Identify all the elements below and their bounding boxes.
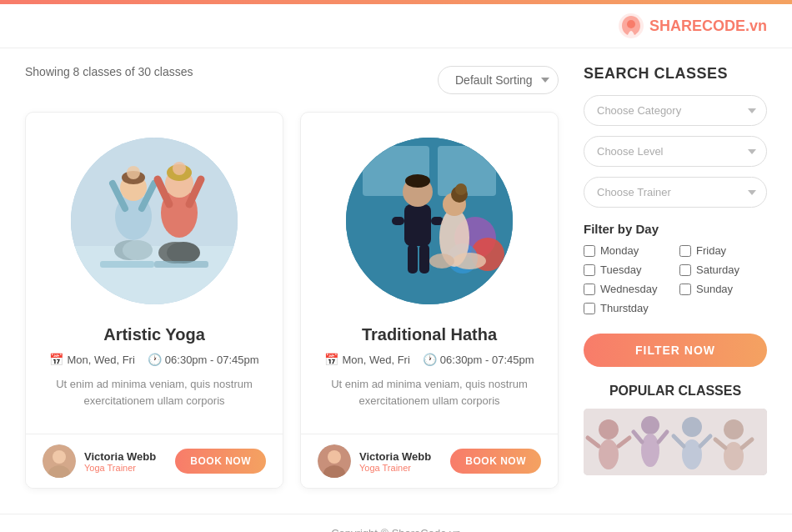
card-description: Ut enim ad minima veniam, quis nostrum e…	[318, 376, 541, 409]
trainer-name: Victoria Webb	[84, 450, 156, 463]
card-footer: Victoria Webb Yoga Trainer BOOK NOW	[26, 434, 283, 488]
trainer-avatar	[318, 444, 351, 478]
svg-point-9	[127, 166, 140, 179]
logo-text: SHARECODE.vn	[649, 18, 767, 35]
svg-point-57	[682, 417, 702, 437]
svg-rect-28	[438, 146, 496, 196]
card-image-circle	[346, 138, 513, 304]
meta-days: 📅 Mon, Wed, Fri	[324, 353, 409, 366]
meta-days: 📅 Mon, Wed, Fri	[49, 353, 134, 366]
svg-point-42	[455, 183, 467, 195]
day-tuesday[interactable]: Tuesday	[584, 263, 671, 276]
card-image-circle	[71, 138, 238, 304]
svg-point-61	[724, 419, 744, 439]
card-title: Traditional Hatha	[318, 325, 541, 344]
book-now-button[interactable]: BOOK NOW	[175, 449, 266, 474]
sidebar: SEARCH CLASSES Choose Category Yoga Pila…	[584, 65, 767, 489]
filter-now-button[interactable]: FILTER NOW	[584, 334, 767, 367]
svg-point-1	[627, 20, 635, 28]
svg-point-53	[641, 416, 659, 434]
meta-time: 🕐 06:30pm - 07:45pm	[423, 353, 534, 366]
day-sunday[interactable]: Sunday	[679, 283, 767, 295]
logo: SHARECODE.vn	[618, 13, 767, 39]
day-friday[interactable]: Friday	[679, 244, 767, 257]
popular-thumb	[584, 409, 767, 475]
level-dropdown[interactable]: Choose Level Beginner Intermediate Advan…	[584, 136, 767, 167]
trainer-role: Yoga Trainer	[359, 463, 431, 473]
thursday-checkbox[interactable]	[584, 303, 595, 314]
card-meta: 📅 Mon, Wed, Fri 🕐 06:30pm - 07:45pm	[43, 353, 266, 366]
header: SHARECODE.vn	[0, 4, 792, 48]
trainer-avatar	[43, 444, 76, 478]
svg-point-54	[641, 434, 659, 467]
card-body: Traditional Hatha 📅 Mon, Wed, Fri 🕐 06:3…	[301, 313, 558, 434]
svg-rect-37	[408, 244, 418, 274]
class-card: Artistic Yoga 📅 Mon, Wed, Fri 🕐 06:30pm …	[25, 112, 283, 489]
search-classes-title: SEARCH CLASSES	[584, 65, 767, 83]
day-monday[interactable]: Monday	[584, 244, 671, 257]
clock-icon: 🕐	[423, 353, 437, 366]
friday-checkbox[interactable]	[679, 245, 691, 257]
svg-rect-21	[100, 261, 154, 268]
cards-grid: Artistic Yoga 📅 Mon, Wed, Fri 🕐 06:30pm …	[25, 112, 559, 489]
card-description: Ut enim ad minima veniam, quis nostrum e…	[43, 376, 266, 409]
sort-select[interactable]: Default Sorting Sort by Date Sort by Tit…	[438, 66, 559, 94]
book-now-button[interactable]: BOOK NOW	[450, 449, 541, 474]
monday-checkbox[interactable]	[584, 245, 595, 257]
svg-point-44	[429, 253, 454, 269]
svg-point-58	[682, 439, 702, 469]
sorting-bar: Default Sorting Sort by Date Sort by Tit…	[438, 66, 559, 94]
svg-point-19	[167, 242, 200, 263]
svg-point-17	[173, 162, 186, 175]
category-dropdown[interactable]: Choose Category Yoga Pilates Fitness	[584, 95, 767, 126]
filter-by-day: Filter by Day Monday Friday Tuesday Satu…	[584, 222, 767, 314]
card-footer: Victoria Webb Yoga Trainer BOOK NOW	[301, 434, 558, 488]
card-title: Artistic Yoga	[43, 325, 266, 344]
trainer-dropdown[interactable]: Choose Trainer Victoria Webb John Smith	[584, 177, 767, 208]
content-area: Showing 8 classes of 30 classes Default …	[25, 65, 559, 489]
sunday-checkbox[interactable]	[679, 284, 691, 295]
svg-point-46	[328, 450, 341, 464]
showing-text: Showing 8 classes of 30 classes	[25, 65, 193, 78]
clock-icon: 🕐	[148, 353, 162, 366]
popular-classes-title: POPULAR CLASSES	[584, 384, 767, 399]
trainer-info: Victoria Webb Yoga Trainer	[43, 444, 156, 478]
svg-point-49	[599, 419, 619, 439]
tuesday-checkbox[interactable]	[584, 264, 595, 276]
svg-rect-32	[404, 204, 431, 246]
filter-day-title: Filter by Day	[584, 222, 767, 236]
day-wednesday[interactable]: Wednesday	[584, 283, 671, 295]
card-image-area	[26, 113, 283, 313]
wednesday-checkbox[interactable]	[584, 284, 595, 295]
meta-time: 🕐 06:30pm - 07:45pm	[148, 353, 259, 366]
calendar-icon: 📅	[49, 353, 63, 366]
svg-rect-35	[392, 217, 404, 225]
copyright: Copyright © ShareCode.vn	[0, 514, 792, 532]
card-body: Artistic Yoga 📅 Mon, Wed, Fri 🕐 06:30pm …	[26, 313, 283, 434]
svg-point-34	[405, 174, 430, 188]
logo-icon	[618, 13, 644, 39]
trainer-info: Victoria Webb Yoga Trainer	[318, 444, 431, 478]
saturday-checkbox[interactable]	[679, 264, 691, 276]
svg-point-50	[599, 439, 619, 469]
day-thursday[interactable]: Thurstday	[584, 302, 671, 314]
calendar-icon: 📅	[324, 353, 338, 366]
trainer-name: Victoria Webb	[359, 450, 431, 463]
svg-point-11	[123, 240, 153, 260]
svg-rect-38	[419, 244, 429, 274]
svg-point-43	[453, 253, 486, 269]
svg-rect-20	[154, 261, 208, 268]
svg-point-23	[53, 450, 66, 464]
class-card: Traditional Hatha 📅 Mon, Wed, Fri 🕐 06:3…	[300, 112, 559, 489]
card-image-area	[301, 113, 558, 313]
day-saturday[interactable]: Saturday	[679, 263, 767, 276]
svg-rect-3	[71, 246, 238, 304]
trainer-role: Yoga Trainer	[84, 463, 156, 473]
card-meta: 📅 Mon, Wed, Fri 🕐 06:30pm - 07:45pm	[318, 353, 541, 366]
